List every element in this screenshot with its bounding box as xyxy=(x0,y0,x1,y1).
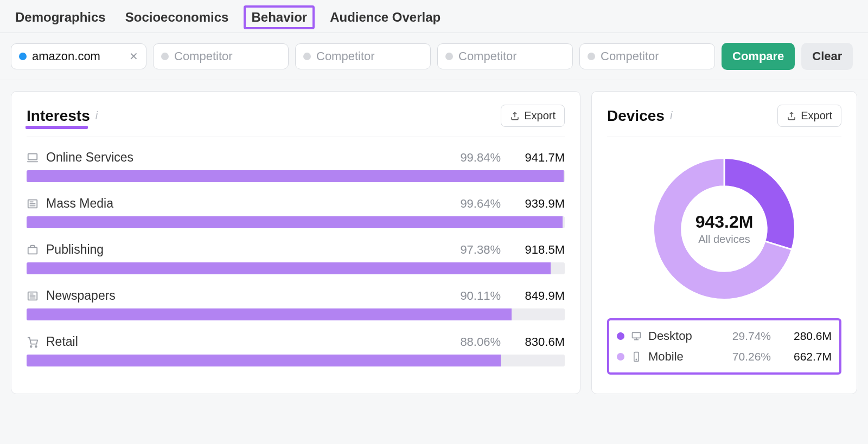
competitor-input-4[interactable]: Competitor xyxy=(579,43,715,69)
close-icon[interactable]: ✕ xyxy=(129,50,138,63)
svg-rect-2 xyxy=(28,247,37,254)
legend-percent: 29.74% xyxy=(732,330,771,343)
legend-dot xyxy=(617,332,624,340)
svg-rect-0 xyxy=(28,153,37,159)
interest-value: 918.5M xyxy=(516,243,565,257)
cart-icon xyxy=(27,336,39,348)
interest-percent: 99.64% xyxy=(460,197,501,211)
primary-domain-chip[interactable]: amazon.com ✕ xyxy=(11,43,146,69)
devices-total: 943.2M xyxy=(695,212,754,232)
legend-percent: 70.26% xyxy=(732,350,771,363)
interest-row: Publishing 97.38% 918.5M xyxy=(27,242,565,274)
interest-row: Retail 88.06% 830.6M xyxy=(27,334,565,366)
interest-name: Mass Media xyxy=(46,196,452,211)
interest-name: Online Services xyxy=(46,150,452,165)
interests-title: Interests xyxy=(27,107,90,125)
legend-dot xyxy=(617,353,624,361)
export-button[interactable]: Export xyxy=(501,105,565,127)
content: Interests i Export Online Services 99.84… xyxy=(0,80,868,405)
interest-row: Mass Media 99.64% 939.9M xyxy=(27,196,565,228)
devices-donut: 943.2M All devices xyxy=(607,150,841,307)
interest-value: 941.7M xyxy=(516,151,565,165)
svg-point-4 xyxy=(30,345,32,347)
panel-header: Interests i Export xyxy=(27,105,565,137)
interest-bar xyxy=(27,308,565,320)
interest-percent: 99.84% xyxy=(460,151,501,165)
laptop-icon xyxy=(27,152,39,164)
compare-button[interactable]: Compare xyxy=(722,43,795,70)
primary-domain-text: amazon.com xyxy=(32,49,100,63)
tab-socioeconomics[interactable]: Socioeconomics xyxy=(121,7,233,33)
news-icon xyxy=(27,290,39,302)
export-label: Export xyxy=(801,110,832,122)
desktop-icon xyxy=(631,331,642,342)
export-label: Export xyxy=(524,110,556,122)
interest-value: 830.6M xyxy=(516,335,565,349)
devices-legend: Desktop 29.74% 280.6M Mobile 70.26% 662.… xyxy=(607,318,841,375)
devices-total-label: All devices xyxy=(698,233,750,246)
interest-row: Newspapers 90.11% 849.9M xyxy=(27,288,565,320)
brief-icon xyxy=(27,244,39,256)
interest-percent: 97.38% xyxy=(460,243,501,257)
interest-bar xyxy=(27,216,565,228)
interest-bar xyxy=(27,355,565,366)
interest-bar xyxy=(27,170,565,182)
clear-button[interactable]: Clear xyxy=(801,43,853,70)
devices-panel: Devices i Export 943.2M All devices Desk… xyxy=(591,91,857,394)
tab-audience-overlap[interactable]: Audience Overlap xyxy=(326,7,445,33)
interest-percent: 90.11% xyxy=(460,289,501,303)
legend-value: 280.6M xyxy=(783,330,832,343)
dot-icon xyxy=(445,53,453,60)
news-icon xyxy=(27,198,39,210)
interest-bar xyxy=(27,262,565,274)
panel-header: Devices i Export xyxy=(607,105,841,137)
tabs-bar: Demographics Socioeconomics Behavior Aud… xyxy=(0,0,868,33)
legend-row: Desktop 29.74% 280.6M xyxy=(617,326,832,346)
tab-behavior[interactable]: Behavior xyxy=(244,5,315,29)
interest-name: Publishing xyxy=(46,242,452,257)
interest-name: Newspapers xyxy=(46,288,452,303)
competitor-input-1[interactable]: Competitor xyxy=(153,43,289,69)
interests-panel: Interests i Export Online Services 99.84… xyxy=(11,91,580,394)
info-icon[interactable]: i xyxy=(670,110,672,122)
interest-list: Online Services 99.84% 941.7M Mass Media… xyxy=(27,150,565,366)
legend-name: Mobile xyxy=(648,350,726,364)
placeholder-text: Competitor xyxy=(601,49,659,63)
export-icon xyxy=(787,111,796,121)
legend-name: Desktop xyxy=(648,329,726,343)
dot-icon xyxy=(161,53,169,60)
svg-point-5 xyxy=(35,345,37,347)
legend-value: 662.7M xyxy=(783,350,832,363)
competitor-input-3[interactable]: Competitor xyxy=(437,43,573,69)
competitor-input-2[interactable]: Competitor xyxy=(295,43,431,69)
tab-demographics[interactable]: Demographics xyxy=(11,7,110,33)
export-button[interactable]: Export xyxy=(777,105,841,127)
placeholder-text: Competitor xyxy=(458,49,517,63)
interest-value: 849.9M xyxy=(516,289,565,303)
dot-icon xyxy=(303,53,311,60)
legend-row: Mobile 70.26% 662.7M xyxy=(617,346,832,367)
mobile-icon xyxy=(631,351,642,362)
interest-name: Retail xyxy=(46,334,452,349)
dot-icon xyxy=(588,53,595,60)
filter-bar: amazon.com ✕ Competitor Competitor Compe… xyxy=(0,33,868,80)
svg-point-8 xyxy=(636,359,636,359)
interest-row: Online Services 99.84% 941.7M xyxy=(27,150,565,182)
interest-value: 939.9M xyxy=(516,197,565,211)
placeholder-text: Competitor xyxy=(316,49,375,63)
interest-percent: 88.06% xyxy=(460,335,501,349)
svg-rect-6 xyxy=(633,332,641,338)
placeholder-text: Competitor xyxy=(174,49,233,63)
info-icon[interactable]: i xyxy=(95,110,98,122)
devices-title: Devices xyxy=(607,107,665,125)
dot-icon xyxy=(19,53,27,60)
export-icon xyxy=(510,111,520,121)
